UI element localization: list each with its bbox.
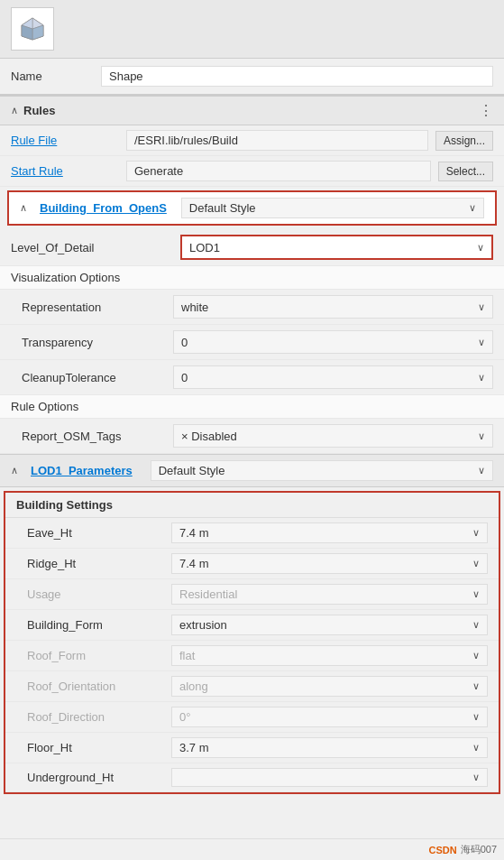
transparency-chevron: ∨ [478, 337, 485, 348]
lod-label: Level_Of_Detail [11, 241, 173, 254]
floor-ht-value: 3.7 m [179, 741, 209, 754]
cleanup-label: CleanupTolerance [11, 371, 173, 384]
rule-file-label[interactable]: Rule File [11, 134, 119, 147]
usage-dropdown[interactable]: Residential ∨ [171, 584, 488, 605]
rules-section-header[interactable]: ∧ Rules ⋮ [0, 96, 504, 125]
floor-ht-label: Floor_Ht [27, 741, 171, 754]
building-form-value: extrusion [179, 618, 227, 632]
eave-ht-chevron: ∨ [472, 527, 480, 539]
roof-orientation-value: along [179, 680, 208, 693]
ridge-ht-value: 7.4 m [179, 557, 209, 570]
building-from-row[interactable]: ∧ Building_From_OpenS Default Style ∨ [7, 190, 497, 226]
building-settings-header: Building Settings [5, 493, 499, 518]
roof-direction-row: Roof_Direction 0° ∨ [5, 702, 499, 733]
roof-orientation-dropdown[interactable]: along ∨ [171, 676, 488, 697]
lod1-params-dropdown[interactable]: Default Style ∨ [151, 460, 493, 481]
report-osm-chevron: ∨ [478, 430, 485, 442]
roof-direction-label: Roof_Direction [27, 710, 171, 724]
rule-file-row: Rule File /ESRI.lib/rules/Build Assign..… [0, 125, 504, 156]
usage-value: Residential [179, 587, 237, 601]
lod1-params-collapse-icon: ∧ [11, 465, 18, 476]
floor-ht-chevron: ∨ [472, 742, 480, 754]
roof-form-row: Roof_Form flat ∨ [5, 641, 499, 671]
rules-more-icon[interactable]: ⋮ [479, 102, 493, 119]
cleanup-value: 0 [181, 371, 188, 384]
app-header [0, 0, 504, 59]
building-settings-section: Building Settings Eave_Ht 7.4 m ∨ Ridge_… [4, 491, 500, 794]
assign-button[interactable]: Assign... [435, 131, 493, 151]
cleanup-dropdown[interactable]: 0 ∨ [173, 365, 493, 389]
ridge-ht-row: Ridge_Ht 7.4 m ∨ [5, 549, 499, 579]
roof-direction-value: 0° [179, 710, 190, 724]
building-from-label[interactable]: Building_From_OpenS [40, 201, 167, 215]
roof-orientation-label: Roof_Orientation [27, 680, 171, 693]
visualization-options-header: Visualization Options [0, 266, 504, 290]
report-osm-label: Report_OSM_Tags [11, 430, 173, 443]
report-osm-row: Report_OSM_Tags × Disabled ∨ [0, 419, 504, 454]
visualization-options-label: Visualization Options [11, 271, 120, 284]
building-form-label: Building_Form [27, 618, 171, 632]
roof-orientation-chevron: ∨ [472, 680, 480, 692]
rule-options-header: Rule Options [0, 395, 504, 419]
transparency-value: 0 [181, 336, 188, 349]
representation-dropdown[interactable]: white ∨ [173, 295, 493, 319]
ridge-ht-dropdown[interactable]: 7.4 m ∨ [171, 553, 488, 574]
underground-ht-label: Underground_Ht [27, 771, 171, 784]
cleanup-row: CleanupTolerance 0 ∨ [0, 360, 504, 395]
representation-chevron: ∨ [478, 301, 485, 313]
lod1-params-row: ∧ LOD1_Parameters Default Style ∨ [0, 454, 504, 487]
building-form-chevron: ∨ [472, 619, 480, 631]
report-osm-dropdown[interactable]: × Disabled ∨ [173, 424, 493, 448]
select-button[interactable]: Select... [438, 162, 493, 181]
representation-value: white [181, 301, 208, 314]
eave-ht-dropdown[interactable]: 7.4 m ∨ [171, 522, 488, 543]
report-osm-value: × Disabled [181, 430, 237, 443]
ridge-ht-chevron: ∨ [472, 558, 480, 569]
watermark-text: 海码007 [461, 843, 497, 856]
transparency-label: Transparency [11, 336, 173, 349]
start-rule-row: Start Rule Generate Select... [0, 156, 504, 187]
roof-form-chevron: ∨ [472, 650, 480, 661]
ridge-ht-label: Ridge_Ht [27, 557, 171, 570]
underground-ht-dropdown[interactable]: ∨ [171, 768, 488, 787]
eave-ht-value: 7.4 m [179, 526, 209, 540]
floor-ht-dropdown[interactable]: 3.7 m ∨ [171, 737, 488, 758]
roof-direction-chevron: ∨ [472, 711, 480, 723]
usage-chevron: ∨ [472, 588, 480, 600]
building-from-value: Default Style [189, 201, 256, 215]
lod-chevron: ∨ [477, 242, 484, 254]
lod1-params-chevron: ∨ [478, 465, 485, 476]
lod-row: Level_Of_Detail LOD1 ∨ [0, 229, 504, 266]
rules-collapse-icon: ∧ [11, 105, 18, 116]
roof-direction-dropdown[interactable]: 0° ∨ [171, 707, 488, 727]
csdn-logo: CSDN [428, 845, 456, 855]
building-from-dropdown[interactable]: Default Style ∨ [181, 198, 484, 218]
transparency-row: Transparency 0 ∨ [0, 325, 504, 360]
building-form-row: Building_Form extrusion ∨ [5, 610, 499, 641]
representation-row: Representation white ∨ [0, 290, 504, 325]
roof-form-dropdown[interactable]: flat ∨ [171, 645, 488, 666]
rules-section-title: Rules [23, 104, 55, 117]
lod1-params-value: Default Style [159, 464, 225, 477]
name-label: Name [11, 69, 101, 83]
lod-dropdown[interactable]: LOD1 ∨ [180, 235, 493, 260]
eave-ht-label: Eave_Ht [27, 526, 171, 540]
lod-value: LOD1 [189, 241, 220, 254]
building-form-dropdown[interactable]: extrusion ∨ [171, 615, 488, 635]
floor-ht-row: Floor_Ht 3.7 m ∨ [5, 733, 499, 763]
underground-ht-row: Underground_Ht ∨ [5, 763, 499, 792]
building-from-collapse-icon: ∧ [20, 202, 27, 214]
name-row: Name Shape [0, 59, 504, 96]
roof-form-value: flat [179, 649, 195, 662]
app-icon [11, 7, 54, 51]
usage-label: Usage [27, 587, 171, 601]
start-rule-label[interactable]: Start Rule [11, 164, 119, 178]
representation-label: Representation [11, 301, 173, 314]
roof-orientation-row: Roof_Orientation along ∨ [5, 671, 499, 702]
rule-options-label: Rule Options [11, 400, 78, 413]
transparency-dropdown[interactable]: 0 ∨ [173, 330, 493, 354]
underground-ht-chevron: ∨ [472, 772, 480, 783]
watermark-bar: CSDN 海码007 [0, 838, 504, 860]
lod1-params-label[interactable]: LOD1_Parameters [31, 464, 133, 477]
name-value: Shape [101, 66, 493, 87]
